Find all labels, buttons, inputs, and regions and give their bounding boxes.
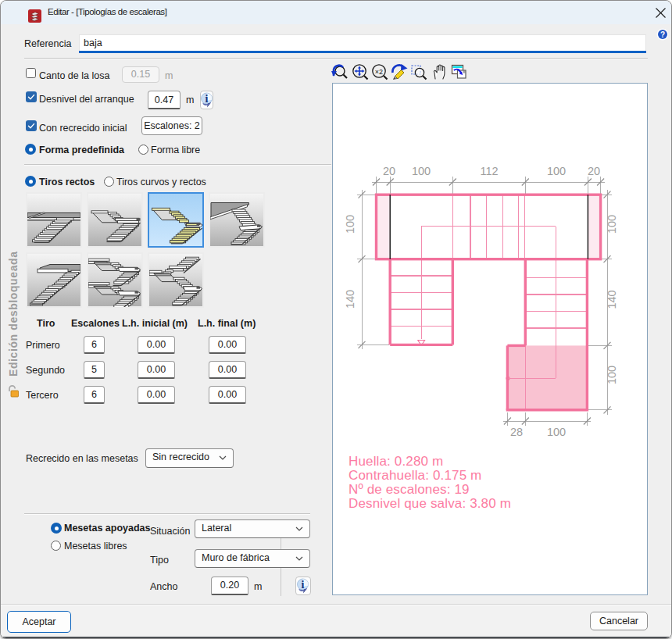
svg-text:100: 100 [412, 165, 431, 177]
svg-text:28: 28 [510, 426, 523, 438]
svg-text:100: 100 [547, 426, 566, 438]
svg-text:i: i [206, 93, 209, 105]
svg-text:140: 140 [344, 290, 356, 309]
svg-text:20: 20 [383, 165, 395, 177]
svg-text:20: 20 [588, 165, 600, 177]
svg-text:100: 100 [547, 165, 566, 177]
svg-text:100: 100 [344, 215, 356, 234]
svg-text:100: 100 [606, 215, 618, 234]
svg-text:112: 112 [480, 165, 498, 177]
svg-text:100: 100 [606, 366, 618, 384]
svg-text:i: i [302, 579, 305, 591]
svg-text:140: 140 [606, 290, 618, 309]
svg-text:×2: ×2 [375, 68, 383, 76]
svg-text:?: ? [660, 30, 665, 39]
